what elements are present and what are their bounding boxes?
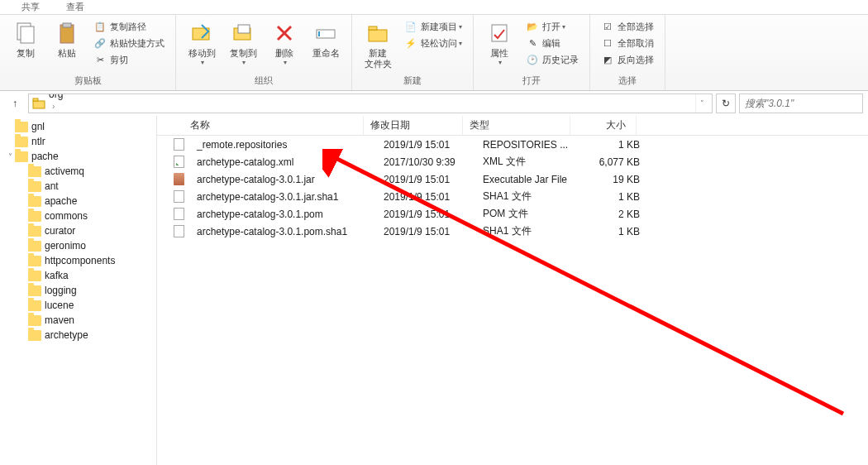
tree-label: curator (45, 225, 75, 237)
invert-button[interactable]: ◩反向选择 (599, 51, 656, 68)
rename-button[interactable]: 重命名 (305, 17, 346, 62)
move-to-label: 移动到 (188, 48, 216, 59)
tree-label: logging (45, 285, 77, 296)
open-button[interactable]: 📂打开▾ (523, 18, 581, 35)
svg-rect-13 (33, 98, 38, 101)
file-type: Executable Jar File (476, 174, 584, 185)
file-icon (172, 225, 185, 238)
tab-view[interactable]: 查看 (53, 0, 98, 14)
tree-node[interactable]: commons (0, 209, 156, 223)
folder-icon (28, 330, 41, 341)
open-icon: 📂 (526, 20, 539, 33)
search-input[interactable] (745, 98, 857, 109)
folder-icon (15, 137, 28, 147)
file-icon (172, 173, 185, 186)
folder-icon (28, 211, 41, 222)
tree-node[interactable]: archetype (0, 328, 156, 343)
copy-button[interactable]: 复制 (5, 17, 46, 62)
file-row[interactable]: archetype-catalog-3.0.1.pom.sha12019/1/9… (157, 223, 868, 240)
col-size[interactable]: 大小 (570, 116, 637, 135)
new-folder-label: 新建 文件夹 (365, 48, 392, 70)
paste-button[interactable]: 粘贴 (46, 17, 88, 62)
paste-shortcut-button[interactable]: 🔗粘贴快捷方式 (91, 35, 167, 51)
cut-button[interactable]: ✂剪切 (91, 51, 167, 68)
copy-label: 复制 (17, 48, 35, 59)
file-size: 1 KB (584, 139, 650, 151)
tree-node[interactable]: kafka (0, 268, 156, 283)
file-name: archetype-catalog-3.0.1.pom.sha1 (190, 226, 377, 237)
selall-label: 全部选择 (618, 21, 654, 33)
file-size: 2 KB (584, 209, 650, 220)
properties-button[interactable]: 属性▾ (479, 17, 520, 70)
file-row[interactable]: archetype-catalog-3.0.1.jar.sha12019/1/9… (157, 188, 868, 205)
tree-node[interactable]: lucene (0, 298, 156, 313)
easy-access-button[interactable]: ⚡轻松访问▾ (402, 35, 465, 51)
svg-rect-6 (238, 25, 250, 33)
invert-label: 反向选择 (618, 54, 654, 66)
tree-node[interactable]: ˅pache (0, 149, 156, 164)
file-row[interactable]: archetype-catalog-3.0.1.pom2019/1/9 15:0… (157, 205, 868, 223)
tab-share[interactable]: 共享 (8, 0, 53, 14)
refresh-button[interactable]: ↻ (716, 93, 736, 113)
tree-node[interactable]: geronimo (0, 238, 156, 253)
col-date[interactable]: 修改日期 (364, 116, 463, 135)
folder-icon (28, 315, 41, 326)
new-folder-button[interactable]: 新建 文件夹 (357, 17, 398, 73)
file-date: 2019/1/9 15:01 (377, 209, 476, 220)
search-box[interactable] (739, 93, 863, 113)
copy-path-button[interactable]: 📋复制路径 (91, 18, 167, 35)
tree-node[interactable]: apache (0, 194, 156, 209)
ribbon: 复制 粘贴 📋复制路径 🔗粘贴快捷方式 ✂剪切 剪贴板 移动到▾ 复制到▾ (0, 15, 868, 91)
tree-label: gnl (31, 121, 45, 132)
breadcrumb-item[interactable]: org (49, 93, 140, 100)
move-to-button[interactable]: 移动到▾ (181, 17, 222, 70)
up-button[interactable]: ↑ (5, 93, 25, 113)
select-all-button[interactable]: ☑全部选择 (599, 18, 656, 35)
history-button[interactable]: 🕑历史记录 (523, 51, 581, 68)
rename-label: 重命名 (312, 48, 340, 59)
file-icon (172, 208, 185, 221)
new-item-button[interactable]: 📄新建项目▾ (402, 18, 465, 35)
svg-rect-11 (492, 25, 507, 41)
file-row[interactable]: archetype-catalog.xml2017/10/30 9:39XML … (157, 153, 868, 170)
expand-icon[interactable]: ˅ (5, 152, 15, 161)
col-type[interactable]: 类型 (463, 116, 570, 135)
copy-to-button[interactable]: 复制到▾ (222, 17, 264, 70)
tree-node[interactable]: ntlr (0, 134, 156, 149)
file-row[interactable]: _remote.repositories2019/1/9 15:01REPOSI… (157, 136, 868, 153)
tree-node[interactable]: logging (0, 283, 156, 298)
file-date: 2019/1/9 15:01 (377, 139, 476, 151)
address-dropdown[interactable]: ˅ (695, 94, 708, 113)
tree-label: maven (45, 314, 74, 326)
file-row[interactable]: archetype-catalog-3.0.1.jar2019/1/9 15:0… (157, 170, 868, 188)
breadcrumb-item[interactable]: apache (49, 112, 140, 113)
new-item-icon: 📄 (404, 20, 417, 33)
select-none-button[interactable]: ☐全部取消 (599, 35, 656, 51)
tree-node[interactable]: curator (0, 223, 156, 238)
open-label: 打开 (542, 21, 560, 33)
tree-node[interactable]: activemq (0, 164, 156, 179)
file-list: 名称 修改日期 类型 大小 _remote.repositories2019/1… (157, 116, 868, 465)
delete-button[interactable]: 删除▾ (264, 17, 305, 70)
tree-node[interactable]: gnl (0, 119, 156, 134)
tree-node[interactable]: httpcomponents (0, 253, 156, 268)
folder-icon (15, 151, 28, 162)
folder-icon (28, 181, 41, 192)
folder-tree[interactable]: gnlntlr˅pacheactivemqantapachecommonscur… (0, 116, 157, 465)
tree-node[interactable]: maven (0, 313, 156, 328)
path-icon: 📋 (93, 20, 107, 33)
cut-label: 剪切 (110, 54, 128, 66)
tree-label: activemq (45, 165, 84, 177)
col-name[interactable]: 名称 (157, 116, 364, 135)
copy-to-label: 复制到 (230, 48, 257, 59)
file-size: 1 KB (584, 191, 650, 203)
folder-icon (28, 241, 41, 252)
history-icon: 🕑 (526, 53, 539, 66)
breadcrumb[interactable]: 此电脑›系统 (D:)›apache-maven-3.6.0›repositor… (28, 93, 713, 113)
file-size: 1 KB (584, 226, 650, 237)
tree-label: httpcomponents (45, 255, 115, 266)
group-organize: 移动到▾ 复制到▾ 删除▾ 重命名 组织 (176, 15, 352, 90)
edit-button[interactable]: ✎编辑 (523, 35, 581, 51)
file-date: 2019/1/9 15:01 (377, 191, 476, 203)
tree-node[interactable]: ant (0, 179, 156, 194)
